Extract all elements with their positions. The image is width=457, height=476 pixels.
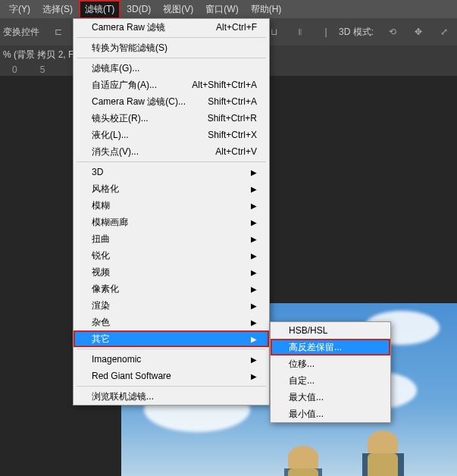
menu-item-label: 锐化 [92,249,110,262]
menu-item-label: 模糊画廊 [92,216,128,229]
pan-icon[interactable]: ✥ [408,22,428,42]
menu-item-label: 视频 [92,266,110,279]
menu-type[interactable]: 字(Y) [3,0,36,19]
menu-item-label: 扭曲 [92,233,110,246]
menu-item-label: Camera Raw 滤镜(C)... [92,96,186,108]
menu-item-label: 像素化 [92,283,119,296]
menu-item-label: 液化(L)... [92,129,129,142]
menu-item[interactable]: Camera Raw 滤镜Alt+Ctrl+F [74,19,269,36]
mode-3d-label: 3D 模式: [339,26,374,39]
divider-icon: | [316,22,336,42]
menu-separator [77,386,266,387]
transform-controls-label: 变换控件 [3,26,39,39]
submenu-item-label: HSB/HSL [289,325,327,336]
menu-item-label: 其它 [92,333,110,346]
menu-3d[interactable]: 3D(D) [121,1,157,17]
menu-item-label: 3D [92,167,103,177]
menu-item-label: 消失点(V)... [92,146,139,158]
submenu-arrow-icon: ▶ [251,202,257,210]
submenu-item-label: 高反差保留... [289,341,342,354]
menu-separator [77,349,266,349]
menu-item-label: Imagenomic [92,354,141,365]
submenu-item-label: 最小值... [289,408,324,421]
menu-item[interactable]: 浏览联机滤镜... [74,388,269,405]
menu-item[interactable]: 消失点(V)...Alt+Ctrl+V [74,143,269,160]
other-submenu: HSB/HSL高反差保留...位移...自定...最大值...最小值... [270,321,391,423]
submenu-arrow-icon: ▶ [251,335,257,343]
menu-item[interactable]: 视频▶ [74,264,269,280]
ruler-tick: 5 [40,64,45,75]
submenu-item[interactable]: 最大值... [271,389,390,406]
menu-item[interactable]: 风格化▶ [74,180,269,197]
menu-item-label: 渲染 [92,299,110,312]
menu-help[interactable]: 帮助(H) [245,0,288,19]
submenu-arrow-icon: ▶ [251,235,257,243]
menu-shortcut: Alt+Shift+Ctrl+A [192,80,257,90]
ruler-tick: 0 [12,64,17,75]
menu-item[interactable]: 扭曲▶ [74,230,269,247]
filter-menu: Camera Raw 滤镜Alt+Ctrl+F转换为智能滤镜(S)滤镜库(G).… [73,18,270,406]
menu-item[interactable]: 像素化▶ [74,280,269,297]
submenu-arrow-icon: ▶ [251,168,257,177]
menu-separator [77,161,266,162]
menu-item[interactable]: 模糊画廊▶ [74,214,269,230]
submenu-item[interactable]: HSB/HSL [271,322,390,339]
submenu-item[interactable]: 自定... [271,372,390,389]
menu-item[interactable]: 渲染▶ [74,297,269,314]
menu-separator [77,58,266,58]
menu-item[interactable]: Imagenomic▶ [74,351,269,368]
menu-item-label: 滤镜库(G)... [92,62,139,75]
menu-item[interactable]: 镜头校正(R)...Shift+Ctrl+R [74,110,269,127]
submenu-item-label: 最大值... [289,391,324,404]
menu-item[interactable]: 转换为智能滤镜(S) [74,39,269,56]
submenu-item[interactable]: 位移... [271,355,390,372]
submenu-arrow-icon: ▶ [251,355,257,364]
menu-shortcut: Shift+Ctrl+A [208,96,257,107]
menu-item-label: 杂色 [92,316,110,329]
submenu-arrow-icon: ▶ [251,268,257,277]
menu-shortcut: Alt+Ctrl+V [215,146,257,157]
submenu-item-label: 位移... [289,358,315,371]
menu-item[interactable]: 滤镜库(G)... [74,60,269,77]
align-left-icon[interactable]: ⊏ [49,22,68,42]
menu-item[interactable]: Red Giant Software▶ [74,368,269,384]
menu-item-label: Red Giant Software [92,371,171,381]
menu-item-label: 风格化 [92,183,119,196]
menubar: 字(Y) 选择(S) 滤镜(T) 3D(D) 视图(V) 窗口(W) 帮助(H) [0,0,457,18]
menu-item-label: 自适应广角(A)... [92,79,157,92]
menu-shortcut: Alt+Ctrl+F [216,22,257,33]
person-figure [273,446,333,476]
orbit-icon[interactable]: ⟲ [383,22,402,42]
menu-item[interactable]: 3D▶ [74,164,269,180]
submenu-item[interactable]: 最小值... [271,406,390,422]
submenu-arrow-icon: ▶ [251,218,257,227]
menu-view[interactable]: 视图(V) [157,0,199,19]
submenu-arrow-icon: ▶ [251,252,257,260]
menu-separator [77,37,266,38]
menu-shortcut: Shift+Ctrl+X [208,130,257,140]
menu-item[interactable]: 杂色▶ [74,314,269,330]
distribute-icon[interactable]: ⫴ [290,22,310,42]
submenu-arrow-icon: ▶ [251,285,257,293]
menu-item[interactable]: 锐化▶ [74,247,269,264]
menu-item[interactable]: 液化(L)...Shift+Ctrl+X [74,127,269,143]
menu-item-label: 模糊 [92,199,110,212]
menu-select[interactable]: 选择(S) [36,0,79,19]
submenu-item[interactable]: 高反差保留... [271,339,390,355]
menu-shortcut: Shift+Ctrl+R [208,113,257,124]
menu-item[interactable]: 自适应广角(A)...Alt+Shift+Ctrl+A [74,77,269,93]
person-figure [349,431,417,476]
menu-item[interactable]: Camera Raw 滤镜(C)...Shift+Ctrl+A [74,93,269,110]
submenu-arrow-icon: ▶ [251,302,257,310]
menu-item[interactable]: 其它▶ [74,330,269,347]
document-tab[interactable]: % (背景 拷贝 2, F [3,49,74,61]
submenu-arrow-icon: ▶ [251,318,257,327]
submenu-arrow-icon: ▶ [251,185,257,193]
menu-item-label: Camera Raw 滤镜 [92,21,165,34]
menu-item-label: 浏览联机滤镜... [92,390,154,403]
menu-filter[interactable]: 滤镜(T) [79,0,121,19]
menu-item[interactable]: 模糊▶ [74,197,269,214]
submenu-item-label: 自定... [289,374,315,387]
menu-window[interactable]: 窗口(W) [199,0,244,19]
zoom-icon[interactable]: ⤢ [434,22,454,42]
